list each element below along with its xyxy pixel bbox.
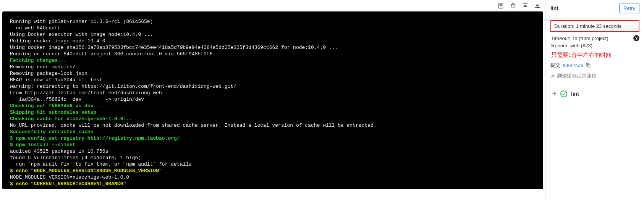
svg-rect-3 (587, 65, 590, 67)
svg-rect-1 (523, 3, 527, 4)
commit-label: 提交 (550, 62, 560, 69)
timeout-label: Timeout: (551, 35, 570, 41)
erase-log-icon[interactable] (510, 2, 516, 9)
duration-label: Duration: (554, 23, 574, 29)
log-line: 1ad304a..f58624d dev -> origin/dev (10, 96, 536, 103)
log-line: Using Docker executor with image node:10… (10, 31, 536, 38)
log-line: $ echo "CURRENT_BRANCH=$CURRENT_BRANCH" (10, 181, 536, 187)
commit-message: ci: 测试缓存后CI速度 (550, 71, 639, 85)
duration-value: 1 minute 23 seconds (576, 23, 621, 29)
log-line: $ npm install --silent (10, 142, 536, 148)
log-line: Running on runner-840edcff-project-360-c… (10, 51, 536, 57)
log-line: found 5 vulnerabilities (4 moderate, 1 h… (10, 155, 536, 161)
job-log: Running with gitlab-runner 11.3.0~rc1 (8… (2, 11, 543, 189)
scroll-top-icon[interactable] (522, 2, 529, 9)
raw-log-icon[interactable] (497, 2, 504, 9)
log-line: warning: redirecting to https://git.lzit… (10, 83, 536, 90)
log-line: $ npm config set registry http://registr… (10, 135, 536, 142)
log-line: HEAD is now at 1ad304a ci: test (10, 77, 536, 83)
log-line: Removing package-lock.json (10, 70, 536, 77)
runner-value: web (#23) (570, 43, 592, 48)
log-line: on web 840edcff (10, 25, 536, 31)
annotation-text: 只需要1分半左右的时间 (550, 49, 639, 62)
stage-name: lint (571, 91, 579, 97)
job-name-title: lint (550, 5, 558, 11)
scroll-bottom-icon[interactable] (534, 2, 541, 9)
log-line: Pulling docker image node:10.4.0 ... (10, 38, 536, 44)
log-line: NODE_MODULES_VERSION=xiaozhige-web-1.0.0 (10, 174, 536, 181)
log-line: From http://git.lziton.com/front-end/das… (10, 90, 536, 96)
pipeline-stage-row[interactable]: lint (550, 85, 639, 103)
log-line: audited 43525 packages in 10.756s (10, 148, 536, 155)
duration-highlight-box: Duration: 1 minute 23 seconds (550, 20, 639, 32)
log-line: Fetching changes... (10, 57, 536, 64)
runner-label: Runner: (551, 43, 569, 48)
copy-sha-icon[interactable] (586, 63, 591, 68)
log-line: Checking out f58624d6 as dev... (10, 103, 536, 109)
log-line: Skipping Git submodules setup (10, 109, 536, 116)
status-success-icon (560, 90, 567, 97)
svg-rect-4 (586, 63, 589, 66)
log-toolbar (2, 2, 543, 11)
log-line: $ echo "NODE_MODULES_VERSION=$NODE_MODUL… (10, 168, 536, 174)
log-line: Checking cache for xiaozhige-web-1.0.0..… (10, 116, 536, 122)
log-line: Removing node_modules/ (10, 64, 536, 70)
arrow-right-icon (551, 91, 557, 97)
commit-sha-link[interactable]: f58624d6 (563, 63, 583, 68)
log-line: Using docker image sha256:2a78ab879533fb… (10, 44, 536, 51)
retry-button[interactable]: Retry (619, 3, 639, 13)
svg-rect-2 (535, 7, 540, 8)
job-sidebar: lint Retry Duration: 1 minute 23 seconds… (545, 0, 644, 200)
log-line: run `npm audit fix` to fix them, or `npm… (10, 161, 536, 168)
log-line: No URL provided, cache will be not downl… (10, 122, 536, 129)
timeout-help-icon[interactable]: ? (633, 35, 639, 41)
log-line: Successfully extracted cache (10, 129, 536, 135)
log-line: Running with gitlab-runner 11.3.0~rc1 (8… (10, 18, 536, 25)
timeout-value: 1h (from project) (572, 35, 608, 41)
